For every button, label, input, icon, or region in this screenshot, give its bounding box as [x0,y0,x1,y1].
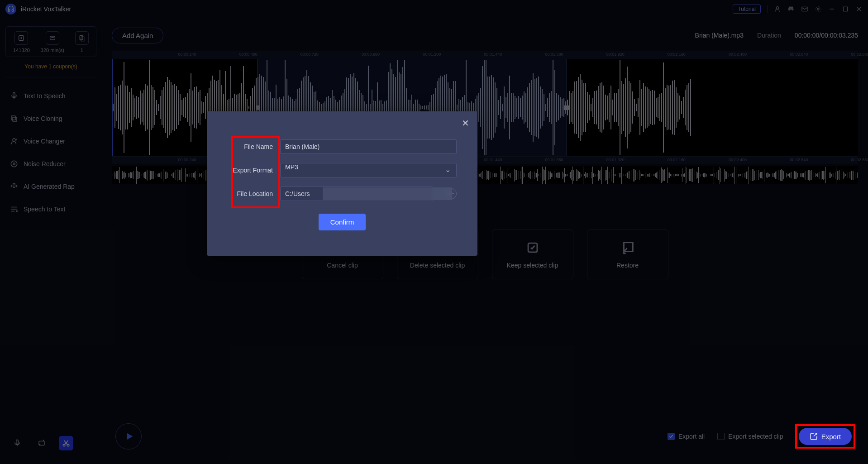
export-button-label: Export [821,433,841,440]
svg-rect-11 [11,116,15,120]
export-selected-checkbox[interactable]: Export selected clip [717,433,783,440]
svg-point-0 [776,7,778,9]
checkbox-label: Export all [678,433,705,440]
svg-point-2 [817,8,819,10]
separator [767,5,768,13]
restore-button[interactable]: Restore [587,230,668,279]
sidebar-item-label: Text to Speech [24,92,66,100]
confirm-button[interactable]: Confirm [319,214,366,230]
export-highlight: Export [796,425,854,448]
loop-icon[interactable] [34,436,49,450]
export-all-checkbox[interactable]: Export all [668,433,705,440]
export-modal: ✕ File Name Export Format MP3 File Locat… [207,111,477,256]
app-title: iRocket VoxTalker [21,5,71,13]
svg-rect-4 [843,7,847,11]
export-button[interactable]: Export [799,428,852,445]
duration-value: 00:00:00/00:00:03.235 [795,32,858,39]
svg-point-15 [13,163,15,165]
close-icon[interactable] [855,5,863,13]
sidebar-item-label: Voice Changer [24,138,65,145]
maximize-icon[interactable] [842,5,849,13]
user-icon[interactable] [774,5,781,13]
sidebar-item-text-to-speech[interactable]: Text to Speech [5,86,96,105]
duration-label: Duration [757,32,781,39]
file-location-label: File Location [228,190,273,197]
stats-minutes-value: 320 min(s) [41,48,64,53]
settings-icon[interactable] [815,5,822,13]
modal-close-icon[interactable]: ✕ [462,118,469,129]
svg-point-14 [11,161,17,167]
stats-voices-icon [75,31,89,45]
stats-voices-value: 1 [81,48,83,53]
sidebar-item-voice-cloning[interactable]: Voice Cloning [5,109,96,128]
record-icon[interactable] [10,436,24,450]
add-again-button[interactable]: Add Again [112,28,163,43]
selection-handle-left[interactable] [256,105,260,110]
footer-bar: Export all Export selected clip Export [102,414,868,464]
play-button[interactable] [115,423,142,450]
stats-box: 141320 320 min(s) 1 [5,26,96,57]
minimize-icon[interactable] [828,5,835,13]
sidebar-item-noise-reducer[interactable]: Noise Reducer [5,154,96,173]
sidebar-item-speech-to-text[interactable]: Speech to Text [5,200,96,219]
location-blur [323,187,452,200]
checkbox-label: Export selected clip [728,433,783,440]
svg-rect-8 [50,36,55,40]
svg-rect-12 [13,117,17,121]
sidebar: 141320 320 min(s) 1 You have 1 coupon(s)… [0,18,102,464]
stats-minutes-icon [46,31,59,45]
sidebar-item-label: Speech to Text [24,206,65,213]
sidebar-item-label: AI Generated Rap [24,183,75,190]
timeline-ruler[interactable]: 00:00.24000:00.48000:00.72000:00.96000:0… [112,51,858,59]
stats-credits-value: 141320 [13,48,30,53]
action-label: Restore [616,262,639,269]
selection-handle-right[interactable] [564,105,569,110]
app-logo-icon [5,4,16,14]
stats-credits-icon [14,31,28,45]
file-name-label: File Name [228,143,273,150]
keep-clip-button[interactable]: Keep selected clip [492,230,573,279]
svg-point-13 [13,139,15,141]
sidebar-item-ai-rap[interactable]: AI Generated Rap [5,177,96,196]
sidebar-item-label: Noise Reducer [24,160,66,167]
action-label: Delete selected clip [410,262,465,269]
action-label: Cancel clip [327,262,358,269]
current-file-name: Brian (Male).mp3 [695,32,744,39]
action-label: Keep selected clip [507,262,558,269]
export-format-label: Export Format [228,167,273,174]
titlebar: iRocket VoxTalker Tutorial [0,0,868,18]
sidebar-item-voice-changer[interactable]: Voice Changer [5,132,96,151]
tutorial-button[interactable]: Tutorial [733,5,761,14]
cut-icon[interactable] [59,436,73,450]
coupon-text[interactable]: You have 1 coupon(s) [5,60,96,77]
discord-icon[interactable] [787,5,795,13]
sidebar-item-label: Voice Cloning [24,115,62,122]
export-format-select[interactable]: MP3 [280,163,457,177]
file-name-input[interactable] [280,139,457,154]
mail-icon[interactable] [801,5,808,13]
